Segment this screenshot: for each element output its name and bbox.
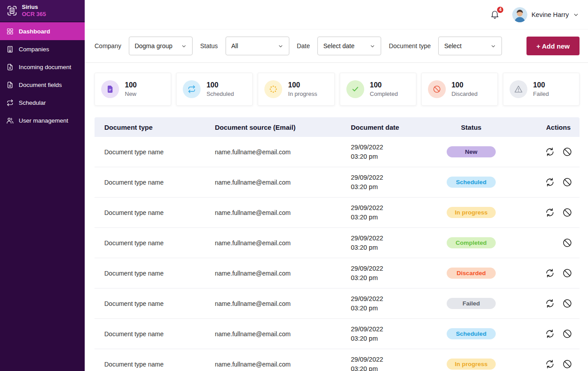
- rescan-button[interactable]: [545, 359, 555, 369]
- discard-icon: [562, 329, 572, 339]
- filter-group-status: StatusAll: [200, 37, 289, 55]
- stat-text: 100Discarded: [452, 81, 478, 97]
- building-icon: [6, 45, 14, 53]
- discard-button[interactable]: [562, 207, 572, 218]
- stat-count: 100: [370, 81, 398, 89]
- sidebar-item-companies[interactable]: Companies: [0, 40, 85, 58]
- chevron-down-icon: [573, 12, 579, 18]
- stat-card-failed: 100Failed: [503, 73, 580, 106]
- rescan-button[interactable]: [545, 329, 555, 339]
- discard-button[interactable]: [562, 268, 572, 278]
- sidebar-item-label: Schedular: [19, 99, 46, 106]
- add-new-button[interactable]: + Add new: [526, 37, 580, 55]
- document-source-cell: name.fullname@email.com: [215, 148, 351, 156]
- app-root: Sirius OCR 365 DashboardCompaniesIncomin…: [0, 0, 588, 371]
- sidebar-item-schedular[interactable]: Schedular: [0, 94, 85, 111]
- select-value: Select: [444, 42, 461, 49]
- rescan-button[interactable]: [545, 298, 555, 309]
- actions-cell: [507, 207, 580, 218]
- table-header-row: Document typeDocument source (Email)Docu…: [95, 117, 580, 137]
- stat-text: 100Completed: [370, 81, 398, 97]
- company-select[interactable]: Dogma group: [129, 37, 193, 55]
- sidebar-item-incoming-document[interactable]: Incoming document: [0, 58, 85, 76]
- select-value: All: [231, 42, 238, 49]
- rescan-icon: [545, 298, 555, 309]
- document-date-cell: 29/09/202203:20 pm: [351, 234, 436, 252]
- check-icon: [346, 80, 364, 98]
- sidebar-item-label: User management: [19, 117, 68, 124]
- stat-card-discarded: 100Discarded: [421, 73, 498, 106]
- actions-cell: [507, 298, 580, 309]
- filter-label-document-type: Document type: [389, 42, 431, 49]
- stat-label: Failed: [533, 91, 549, 97]
- stat-card-in-progress: 100In progress: [258, 73, 334, 106]
- column-header-status: Status: [436, 124, 507, 131]
- sidebar-item-document-fields[interactable]: Document fields: [0, 76, 85, 94]
- document-source-cell: name.fullname@email.com: [215, 179, 351, 186]
- rescan-icon: [545, 329, 555, 339]
- app-title-line2: OCR 365: [22, 11, 46, 18]
- filter-group-date: DateSelect date: [297, 37, 382, 55]
- document-type-cell: Document type name: [95, 330, 215, 338]
- discard-icon: [562, 147, 572, 157]
- stat-text: 100In progress: [288, 81, 317, 97]
- actions-cell: [507, 268, 580, 278]
- stat-label: New: [125, 91, 137, 97]
- discard-icon: [562, 207, 572, 218]
- document-icon: [101, 80, 119, 98]
- document-type-select[interactable]: Select: [438, 37, 502, 55]
- rescan-button[interactable]: [545, 147, 555, 157]
- rescan-button[interactable]: [545, 268, 555, 278]
- actions-cell: [507, 177, 580, 187]
- avatar: [512, 7, 527, 22]
- main-content: 4 Kevine Harry CompanyDogma groupStatusA…: [85, 0, 588, 371]
- discard-button[interactable]: [562, 329, 572, 339]
- filter-label-company: Company: [95, 42, 121, 49]
- document-source-cell: name.fullname@email.com: [215, 300, 351, 307]
- filter-label-status: Status: [200, 42, 218, 49]
- document-date-cell: 29/09/202203:20 pm: [351, 173, 436, 191]
- sidebar-item-label: Document fields: [19, 82, 62, 88]
- document-type-cell: Document type name: [95, 179, 215, 186]
- column-header-actions: Actions: [507, 124, 580, 131]
- sidebar: Sirius OCR 365 DashboardCompaniesIncomin…: [0, 0, 85, 371]
- notifications-button[interactable]: 4: [490, 9, 501, 20]
- discard-button[interactable]: [562, 238, 572, 248]
- sidebar-item-user-management[interactable]: User management: [0, 111, 85, 129]
- document-type-cell: Document type name: [95, 148, 215, 156]
- stat-card-new: 100New: [95, 73, 171, 106]
- date-select[interactable]: Select date: [317, 37, 381, 55]
- status-select[interactable]: All: [226, 37, 289, 55]
- status-badge: Scheduled: [447, 328, 496, 339]
- rescan-button[interactable]: [545, 207, 555, 218]
- document-source-cell: name.fullname@email.com: [215, 209, 351, 216]
- sidebar-item-label: Companies: [19, 46, 49, 53]
- table-body: Document type namename.fullname@email.co…: [95, 137, 580, 371]
- document-fields-icon: [6, 81, 14, 89]
- discard-button[interactable]: [562, 298, 572, 309]
- discard-icon: [562, 298, 572, 309]
- document-type-cell: Document type name: [95, 300, 215, 307]
- status-badge: Discarded: [447, 268, 496, 279]
- actions-cell: [507, 359, 580, 369]
- status-cell: In progress: [436, 359, 507, 370]
- document-source-cell: name.fullname@email.com: [215, 239, 351, 247]
- rescan-icon: [545, 207, 555, 218]
- rescan-button[interactable]: [545, 177, 555, 187]
- document-type-cell: Document type name: [95, 270, 215, 277]
- user-menu[interactable]: Kevine Harry: [512, 7, 579, 22]
- table-row: Document type namename.fullname@email.co…: [95, 198, 580, 228]
- stat-card-completed: 100Completed: [340, 73, 416, 106]
- document-date-cell: 29/09/202203:20 pm: [351, 143, 436, 161]
- filter-group-company: CompanyDogma group: [95, 37, 193, 55]
- stat-label: Discarded: [452, 91, 478, 97]
- document-date-cell: 29/09/202203:20 pm: [351, 203, 436, 222]
- discard-button[interactable]: [562, 147, 572, 157]
- status-cell: Discarded: [436, 268, 507, 279]
- column-header-document-date: Document date: [351, 124, 436, 131]
- stat-text: 100Scheduled: [206, 81, 234, 97]
- discard-button[interactable]: [562, 177, 572, 187]
- discard-button[interactable]: [562, 359, 572, 369]
- sidebar-item-dashboard[interactable]: Dashboard: [0, 22, 85, 40]
- filter-bar: CompanyDogma groupStatusAllDateSelect da…: [85, 29, 588, 63]
